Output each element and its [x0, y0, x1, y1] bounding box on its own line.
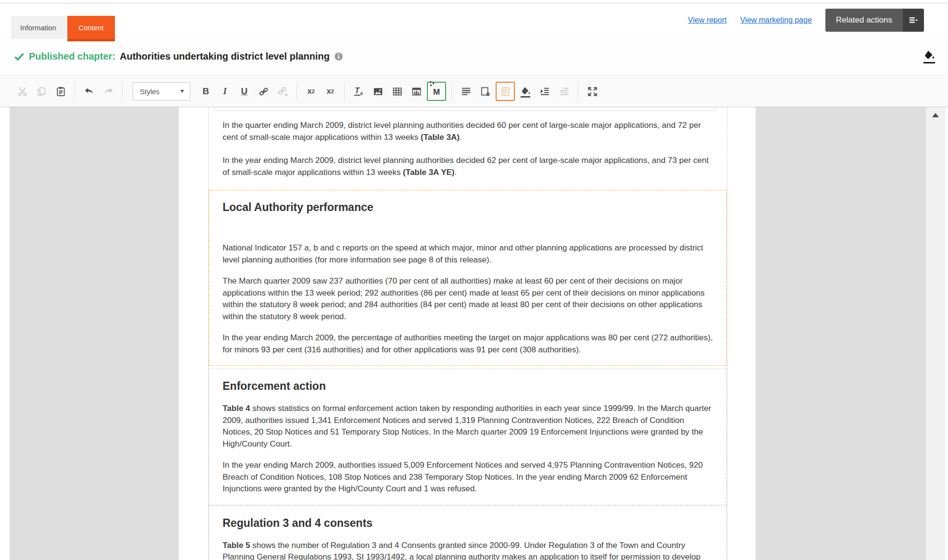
- styles-dropdown[interactable]: Styles: [133, 82, 190, 100]
- editor-right-margin: [756, 107, 926, 560]
- underline-button[interactable]: U: [236, 83, 253, 100]
- sparkle-icon: [430, 85, 432, 86]
- undo-button[interactable]: [80, 83, 98, 100]
- empty-paragraph: [223, 224, 713, 233]
- related-actions-menu-toggle[interactable]: [903, 9, 924, 32]
- tab-information[interactable]: Information: [11, 16, 65, 39]
- paragraph[interactable]: In the quarter ending March 2009, distri…: [223, 120, 713, 143]
- superscript-button[interactable]: x2: [322, 83, 339, 100]
- vertical-scrollbar[interactable]: [926, 107, 945, 560]
- increase-indent-button[interactable]: [536, 83, 553, 100]
- toolbar-separator: [451, 83, 452, 100]
- paragraph[interactable]: In the year ending March 2009, authoriti…: [223, 460, 713, 495]
- tab-content[interactable]: Content: [67, 16, 115, 41]
- view-marketing-page-link[interactable]: View marketing page: [740, 16, 812, 25]
- scroll-up-arrow-icon[interactable]: [932, 113, 939, 117]
- insert-image-button[interactable]: [369, 83, 387, 100]
- toolbar-separator: [75, 83, 75, 100]
- background-color-button[interactable]: [517, 83, 534, 100]
- subscript-button[interactable]: x2: [302, 83, 320, 100]
- insert-table-button[interactable]: [388, 83, 406, 100]
- fill-color-header-button[interactable]: [922, 50, 936, 63]
- paragraph[interactable]: Table 4 shows statistics on formal enfor…: [223, 403, 713, 450]
- chapter-status-label: Published chapter:: [29, 51, 115, 62]
- section-local-authority-performance[interactable]: Local Authority performance National Ind…: [209, 190, 727, 366]
- related-actions-label[interactable]: Related actions: [825, 9, 903, 32]
- toolbar-separator: [344, 83, 345, 100]
- link-button[interactable]: [255, 83, 272, 100]
- info-icon[interactable]: [334, 52, 343, 61]
- toolbar-separator: [122, 83, 123, 100]
- decrease-indent-button[interactable]: [555, 83, 573, 100]
- editor-content-area[interactable]: In the quarter ending March 2009, distri…: [0, 107, 948, 560]
- document-page[interactable]: In the quarter ending March 2009, distri…: [179, 107, 756, 560]
- cut-button[interactable]: [13, 83, 31, 100]
- editor-toolbar: Styles B I U x2 x2 Tx: [0, 75, 948, 107]
- chapter-body-block[interactable]: In the quarter ending March 2009, distri…: [208, 107, 727, 560]
- paragraph[interactable]: Table 5 shows the number of Regulation 3…: [223, 540, 713, 560]
- insert-chart-table-button[interactable]: [408, 83, 425, 100]
- chapter-title: Authorities undertaking district level p…: [120, 51, 330, 62]
- paragraph[interactable]: The March quarter 2009 saw 237 authoriti…: [223, 275, 713, 323]
- copy-button[interactable]: [33, 83, 50, 100]
- italic-button[interactable]: I: [216, 83, 234, 100]
- paste-button[interactable]: [52, 83, 69, 100]
- fill-color-underline: [923, 62, 935, 63]
- paint-bucket-icon: [520, 86, 531, 97]
- section-enforcement-action[interactable]: Enforcement action Table 4 shows statist…: [209, 369, 727, 505]
- remove-container-button[interactable]: [476, 83, 494, 100]
- section-heading: Enforcement action: [223, 379, 713, 393]
- related-actions-button[interactable]: Related actions: [825, 9, 924, 32]
- unlink-button[interactable]: [274, 83, 291, 100]
- menu-caret-icon: [908, 15, 919, 25]
- paragraph[interactable]: National Indicator 157 a, b and c report…: [223, 242, 713, 266]
- editor-left-margin: [10, 107, 179, 560]
- magic-content-button[interactable]: M: [427, 82, 446, 101]
- toolbar-separator: [297, 83, 297, 100]
- section-heading: Local Authority performance: [223, 200, 713, 214]
- redo-button[interactable]: [100, 83, 117, 100]
- remove-format-button[interactable]: Tx: [350, 83, 367, 100]
- maximize-button[interactable]: [584, 83, 601, 100]
- chevron-down-icon: [180, 90, 184, 93]
- toolbar-separator: [578, 83, 578, 100]
- published-check-icon: [13, 51, 25, 62]
- view-report-link[interactable]: View report: [688, 16, 727, 25]
- section-heading: Regulation 3 and 4 consents: [223, 516, 713, 530]
- show-blocks-button[interactable]: [496, 82, 515, 101]
- justify-button[interactable]: [457, 83, 474, 100]
- top-right-actions: View report View marketing page Related …: [688, 1, 924, 39]
- paragraph[interactable]: In the year ending March 2009, the perce…: [223, 332, 713, 356]
- paragraph[interactable]: In the year ending March 2009, district …: [223, 155, 713, 178]
- top-bar: Information Content View report View mar…: [0, 0, 948, 37]
- bold-button[interactable]: B: [197, 83, 214, 100]
- paint-bucket-icon: [923, 50, 936, 61]
- section-regulation-3-and-4-consents[interactable]: Regulation 3 and 4 consents Table 5 show…: [209, 506, 727, 560]
- chapter-header-row: Published chapter: Authorities undertaki…: [0, 37, 948, 75]
- styles-dropdown-label: Styles: [140, 87, 160, 96]
